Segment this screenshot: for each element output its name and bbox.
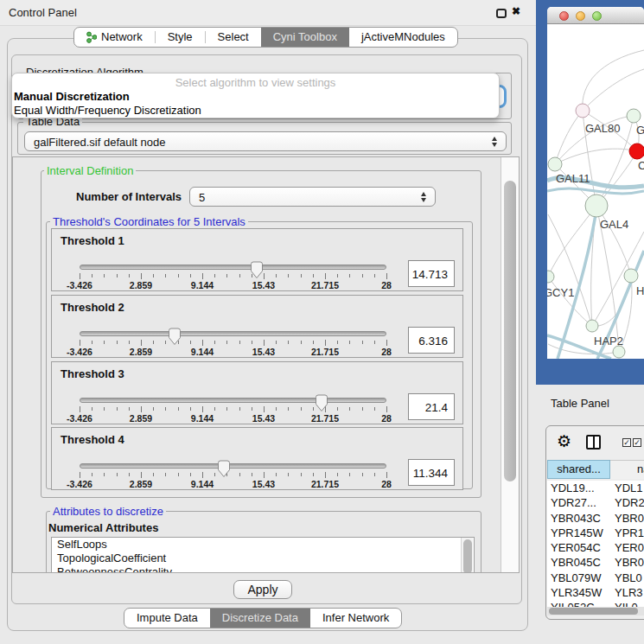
slider-scale-label: 21.715 — [304, 413, 346, 424]
table-row[interactable]: YLR345WYLR3 — [547, 585, 644, 600]
network-canvas[interactable]: GAL80GACGAL11GAL4GCY1HHAP2 — [547, 24, 644, 359]
threshold-slider-thumb[interactable] — [168, 328, 182, 346]
slider-tick — [117, 407, 118, 411]
combo-arrows-icon — [492, 137, 498, 147]
threshold-slider-track[interactable] — [80, 398, 386, 403]
attribute-item[interactable]: TopologicalCoefficient — [52, 552, 474, 565]
attribute-item[interactable]: SelfLoops — [52, 538, 474, 552]
close-traffic-light-icon[interactable] — [559, 11, 569, 21]
threshold-slider-thumb[interactable] — [217, 460, 231, 478]
table-row[interactable]: YPR145WYPR1 — [547, 526, 644, 540]
tab-infer-network[interactable]: Infer Network — [310, 609, 401, 628]
column-header-shared-name[interactable]: shared... — [547, 460, 610, 479]
threshold-value-box[interactable]: 21.4 — [408, 393, 455, 420]
table-data-combo[interactable]: galFiltered.sif default node — [24, 131, 507, 151]
cell-shared-name: YIL052C — [551, 601, 595, 607]
slider-tick — [117, 473, 118, 476]
minimize-traffic-light-icon[interactable] — [576, 11, 585, 21]
cell-name: YBL0 — [615, 571, 642, 584]
main-scrollbar[interactable] — [501, 157, 520, 573]
tab-style[interactable]: Style — [156, 28, 205, 47]
network-edge[interactable] — [592, 276, 631, 326]
network-node-label: GAL80 — [585, 122, 620, 135]
attributes-list-scrollbar-thumb[interactable] — [463, 539, 472, 573]
network-edge[interactable] — [583, 69, 644, 111]
table-row[interactable]: YDR27...YDR2 — [547, 495, 644, 510]
thresholds-group-title: Threshold's Coordinates for 5 Intervals — [50, 215, 248, 228]
numerical-attributes-list[interactable]: SelfLoopsTopologicalCoefficientBetweenne… — [51, 537, 475, 573]
algorithm-option-equal-width[interactable]: Equal Width/Frequency Discretization — [14, 104, 201, 117]
threshold-value-box[interactable]: 14.713 — [408, 260, 455, 287]
threshold-label: Threshold 4 — [61, 433, 124, 446]
attribute-item[interactable]: BetweennessCentrality — [52, 565, 474, 573]
network-node-label: H — [636, 284, 644, 297]
table-row[interactable]: YER054CYER0 — [547, 540, 644, 555]
network-edge[interactable] — [555, 111, 583, 164]
network-node[interactable] — [613, 346, 625, 358]
table-row[interactable]: YIL052CYIL0 — [547, 600, 644, 607]
network-edge[interactable] — [548, 214, 592, 326]
threshold-slider-thumb[interactable] — [315, 394, 328, 412]
slider-tick — [129, 274, 130, 277]
checkbox-icon[interactable]: ✓ — [633, 438, 641, 447]
tab-impute-data[interactable]: Impute Data — [124, 609, 210, 628]
network-node[interactable] — [624, 269, 638, 283]
checkbox-icon[interactable]: ✓ — [622, 438, 631, 447]
network-node[interactable] — [629, 143, 644, 159]
threshold-slider-track[interactable] — [80, 265, 386, 270]
slider-scale-label: 28 — [366, 347, 407, 357]
network-node[interactable] — [586, 320, 598, 332]
algorithm-option-manual[interactable]: Manual Discretization — [14, 90, 130, 103]
slider-tick — [178, 407, 179, 411]
threshold-slider-track[interactable] — [80, 463, 386, 469]
tab-cyni-toolbox[interactable]: Cyni Toolbox — [261, 28, 349, 47]
network-node[interactable] — [576, 104, 590, 118]
slider-tick — [349, 341, 350, 344]
slider-tick — [264, 340, 265, 346]
tab-network[interactable]: Network — [74, 28, 155, 47]
slider-scale-label: -3.426 — [59, 413, 100, 424]
table-header: shared... na — [547, 460, 644, 479]
table-row[interactable]: YBL079WYBL0 — [547, 571, 644, 585]
slider-tick — [288, 274, 289, 277]
table-row[interactable]: YDL19...YDL1 — [547, 481, 644, 495]
table-hscrollbar-thumb[interactable] — [549, 608, 638, 615]
threshold-slider-track[interactable] — [80, 331, 386, 336]
slider-tick — [92, 473, 92, 476]
slider-tick — [374, 341, 375, 344]
number-of-intervals-combo[interactable]: 5 — [189, 187, 436, 207]
close-icon[interactable]: ✖ — [512, 5, 520, 17]
tab-discretize-data[interactable]: Discretize Data — [210, 609, 310, 628]
apply-button[interactable]: Apply — [233, 580, 292, 599]
network-node[interactable] — [627, 109, 641, 123]
split-columns-icon[interactable] — [586, 435, 601, 450]
slider-tick — [362, 274, 363, 277]
float-window-icon[interactable] — [496, 9, 507, 18]
cell-name: YBR0 — [615, 556, 644, 569]
threshold-value-box[interactable]: 11.344 — [408, 459, 455, 486]
tab-jactivemnodules[interactable]: jActiveMNodules — [349, 28, 457, 47]
network-node[interactable] — [547, 271, 554, 283]
slider-scale-label: -3.426 — [59, 347, 100, 357]
zoom-traffic-light-icon[interactable] — [592, 11, 602, 21]
table-row[interactable]: YBR045CYBR0 — [547, 555, 644, 570]
cell-name: YDL1 — [615, 481, 643, 494]
network-node[interactable] — [585, 194, 608, 217]
tab-select[interactable]: Select — [206, 28, 261, 47]
slider-tick — [349, 274, 350, 277]
main-scrollbar-thumb[interactable] — [504, 181, 516, 481]
threshold-slider-thumb[interactable] — [250, 261, 264, 279]
table-row[interactable]: YBR043CYBR0 — [547, 511, 644, 526]
table-data-combo-value: galFiltered.sif default node — [34, 135, 165, 148]
gear-icon[interactable]: ⚙ — [557, 431, 571, 451]
slider-tick — [153, 274, 154, 277]
slider-tick — [276, 274, 277, 277]
cell-shared-name: YER054C — [551, 541, 601, 554]
table-hscrollbar[interactable] — [547, 607, 644, 615]
threshold-value-box[interactable]: 6.316 — [408, 327, 455, 354]
attributes-list-scrollbar[interactable] — [461, 538, 473, 573]
table-panel-title: Table Panel — [551, 397, 609, 410]
column-header-name[interactable]: na — [610, 460, 644, 479]
network-node[interactable] — [548, 157, 562, 171]
slider-scale-label: 2.859 — [120, 413, 162, 424]
